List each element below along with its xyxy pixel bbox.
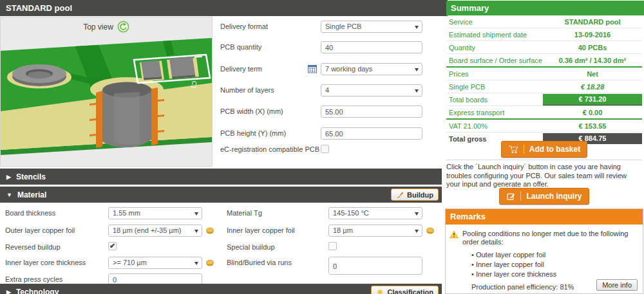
- classification-button[interactable]: Classification: [371, 286, 439, 294]
- delivery-term-value: 7 working days: [325, 65, 372, 73]
- buildup-button[interactable]: Buildup: [391, 188, 439, 201]
- remark-detail-text: Inner layer core thickness: [476, 270, 556, 278]
- delivery-format-value: Single PCB: [325, 23, 361, 30]
- summary-value: € 0.00: [543, 109, 642, 116]
- chevron-down-icon: [415, 212, 419, 216]
- service-title-bar: STANDARD pool: [0, 0, 448, 16]
- section-technology-label: Technology: [16, 288, 59, 294]
- special-buildup-checkbox[interactable]: [328, 242, 337, 250]
- inner-core-thickness-select[interactable]: >= 710 µm: [108, 257, 202, 269]
- board-thickness-select[interactable]: 1.55 mm: [108, 207, 202, 219]
- rotate-view-icon[interactable]: [117, 21, 129, 33]
- price-coin-icon: [426, 226, 435, 237]
- number-of-layers-value: 4: [325, 86, 329, 94]
- price-coin-icon: [205, 226, 214, 237]
- field-label-inner-core-thickness: Inner layer core thickness: [5, 257, 86, 269]
- summary-label: Board surface / Order surface: [446, 57, 543, 64]
- summary-label: Service: [446, 18, 543, 26]
- section-material-label: Material: [17, 190, 46, 199]
- summary-row-total-boards: Total boards € 731.20: [446, 93, 642, 106]
- summary-row-service: Service STANDARD pool: [446, 15, 642, 28]
- field-label-delivery-term: Delivery term: [220, 63, 262, 75]
- summary-row-single-pcb: Single PCB € 18.28: [446, 80, 642, 93]
- pcb-width-input[interactable]: [321, 106, 422, 118]
- field-label-board-thickness: Board thickness: [5, 207, 55, 219]
- inner-core-thickness-value: >= 710 µm: [113, 259, 147, 266]
- pcb-configurator: STANDARD pool: [0, 0, 644, 294]
- basket-button-row: Add to basket: [446, 141, 642, 158]
- reversed-buildup-checkbox[interactable]: ✔: [108, 242, 117, 250]
- panel-divider: [446, 160, 642, 160]
- blind-buried-via-runs-input[interactable]: [328, 257, 422, 275]
- warning-row: Pooling conditions no longer met due to …: [450, 230, 639, 246]
- summary-row-surface: Board surface / Order surface 0.36 dm² /…: [446, 54, 642, 68]
- section-material[interactable]: ▼ Material Buildup: [0, 187, 442, 203]
- chevron-down-icon: [194, 230, 198, 233]
- chevron-down-icon: [415, 68, 419, 71]
- remark-detail-item: • Inner layer core thickness: [471, 270, 639, 279]
- page-title: STANDARD pool: [6, 3, 72, 13]
- summary-table: Service STANDARD pool Estimated shipment…: [446, 15, 642, 145]
- field-label-pcb-width: PCB width (X) (mm): [220, 106, 283, 118]
- field-label-blind-buried-vias: Blind/Buried via runs: [227, 257, 292, 269]
- bullet-icon: •: [471, 270, 474, 278]
- check-mark-icon: ✔: [109, 242, 115, 250]
- calendar-icon[interactable]: [308, 64, 317, 76]
- outer-copper-foil-select[interactable]: 18 µm (end +/-35 µm): [108, 225, 202, 237]
- field-label-pcb-height: PCB height (Y) (mm): [220, 127, 286, 140]
- buildup-button-label: Buildup: [407, 191, 433, 199]
- shopping-cart-icon: [508, 144, 519, 154]
- remark-detail-text: Outer layer copper foil: [476, 251, 545, 259]
- summary-header: Summary: [446, 1, 644, 15]
- expand-arrow-icon: ▶: [6, 289, 11, 294]
- add-to-basket-button[interactable]: Add to basket: [501, 141, 587, 158]
- top-view-control: Top view: [1, 21, 212, 33]
- remarks-panel: Remarks Pooling conditions no longer met…: [445, 208, 643, 294]
- launch-inquiry-button[interactable]: Launch inquiry: [499, 188, 589, 205]
- summary-label: VAT 21.00%: [446, 122, 543, 130]
- summary-label: Total boards: [446, 96, 543, 104]
- pcb-3d-render: C1: [1, 17, 212, 166]
- bullet-icon: •: [471, 251, 474, 259]
- inquiry-button-row: Launch inquiry: [446, 188, 642, 205]
- remark-detail-item: • Outer layer copper foil: [471, 250, 639, 260]
- inner-copper-foil-select[interactable]: 18 µm: [328, 225, 422, 237]
- order-form: Delivery format Single PCB PCB quantity …: [213, 17, 442, 167]
- material-tg-select[interactable]: 145-150 °C: [328, 207, 422, 219]
- warning-triangle-icon: [450, 230, 459, 239]
- paint-brush-icon: [396, 191, 404, 199]
- remarks-warning-text: Pooling conditions no longer met due to …: [462, 230, 639, 246]
- pcb-3d-viewer[interactable]: C1 Top view: [0, 17, 213, 167]
- summary-label: Estimated shipment date: [446, 31, 543, 39]
- ec-registration-checkbox[interactable]: [321, 145, 329, 153]
- delivery-term-select[interactable]: 7 working days: [321, 63, 422, 75]
- section-technology[interactable]: ▶ Technology Classification: [0, 284, 442, 294]
- price-coin-icon: [205, 258, 214, 270]
- chevron-down-icon: [194, 262, 198, 265]
- material-tg-value: 145-150 °C: [333, 209, 369, 217]
- delivery-format-select[interactable]: Single PCB: [321, 21, 422, 33]
- chevron-down-icon: [194, 212, 198, 216]
- summary-value: 0.36 dm² / 14.30 dm²: [543, 57, 642, 64]
- pcb-quantity-input[interactable]: [321, 41, 422, 53]
- summary-label: Quantity: [446, 44, 543, 51]
- chevron-down-icon: [415, 26, 419, 29]
- field-label-material-tg: Material Tg: [227, 207, 262, 219]
- remarks-content: Pooling conditions no longer met due to …: [446, 225, 643, 294]
- field-label-special-buildup: Special buildup: [227, 241, 275, 253]
- summary-value: 13-09-2016: [543, 31, 642, 39]
- collapse-arrow-icon: ▼: [6, 192, 12, 198]
- pcb-height-input[interactable]: [321, 127, 422, 140]
- add-to-basket-label: Add to basket: [529, 145, 580, 154]
- number-of-layers-select[interactable]: 4: [321, 84, 422, 96]
- material-form: Board thickness 1.55 mm Outer layer copp…: [0, 203, 442, 284]
- section-stencils[interactable]: ▶ Stencils: [0, 169, 442, 185]
- more-info-button[interactable]: More info: [596, 279, 638, 291]
- remark-detail-item: • Inner layer copper foil: [471, 260, 639, 270]
- classification-button-label: Classification: [387, 288, 433, 294]
- summary-label: Express transport: [446, 109, 543, 116]
- field-label-number-of-layers: Number of layers: [220, 84, 274, 96]
- summary-value: Net: [543, 70, 642, 78]
- field-label-reversed-buildup: Reversed buildup: [5, 241, 61, 253]
- remarks-title: Remarks: [450, 212, 486, 221]
